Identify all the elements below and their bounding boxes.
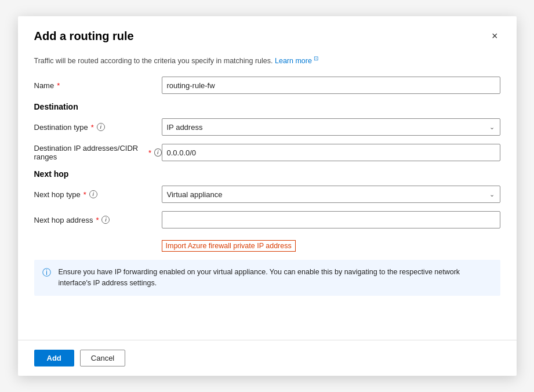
dialog-header: Add a routing rule × (18, 16, 517, 45)
next-hop-section-title: Next hop (34, 169, 500, 179)
dialog-body: Traffic will be routed according to the … (18, 45, 517, 340)
info-banner-text: Ensure you have IP forwarding enabled on… (59, 267, 492, 289)
dialog-title: Add a routing rule (34, 30, 134, 43)
import-azure-firewall-link[interactable]: Import Azure firewall private IP address (162, 240, 296, 252)
name-input[interactable] (162, 77, 500, 94)
info-banner-icon: ⓘ (42, 267, 53, 278)
destination-ip-input[interactable] (162, 144, 500, 161)
next-hop-address-row: Next hop address* i (34, 211, 500, 228)
learn-more-link[interactable]: Learn more ⊡ (275, 57, 318, 65)
add-routing-rule-dialog: Add a routing rule × Traffic will be rou… (18, 16, 517, 376)
import-link-row: Import Azure firewall private IP address (34, 237, 500, 252)
destination-type-row: Destination type* i IP address Service T… (34, 118, 500, 136)
destination-type-select-wrapper: IP address Service Tag ⌄ (162, 118, 500, 136)
destination-section-title: Destination (34, 102, 500, 111)
next-hop-type-label: Next hop type* i (34, 190, 162, 199)
next-hop-address-info-icon: i (101, 216, 110, 224)
destination-type-select[interactable]: IP address Service Tag (162, 118, 500, 136)
close-button[interactable]: × (489, 28, 500, 45)
next-hop-type-row: Next hop type* i Virtual appliance VNet … (34, 186, 500, 203)
dialog-footer: Add Cancel (18, 340, 517, 376)
destination-ip-info-icon: i (154, 148, 161, 157)
name-row: Name* (34, 77, 500, 94)
destination-ip-label: Destination IP addresses/CIDR ranges* i (34, 144, 162, 161)
next-hop-type-select[interactable]: Virtual appliance VNet gateway None VNet… (162, 186, 500, 203)
add-button[interactable]: Add (34, 350, 74, 366)
destination-type-info-icon: i (97, 123, 105, 131)
next-hop-type-info-icon: i (89, 190, 97, 198)
destination-type-label: Destination type* i (34, 123, 162, 132)
next-hop-type-select-wrapper: Virtual appliance VNet gateway None VNet… (162, 186, 500, 203)
next-hop-address-input[interactable] (162, 211, 500, 228)
destination-ip-row: Destination IP addresses/CIDR ranges* i (34, 144, 500, 161)
cancel-button[interactable]: Cancel (80, 350, 125, 366)
next-hop-address-label: Next hop address* i (34, 216, 162, 224)
info-banner: ⓘ Ensure you have IP forwarding enabled … (34, 260, 500, 296)
external-link-icon: ⊡ (314, 55, 318, 61)
name-label: Name* (34, 81, 162, 90)
info-text: Traffic will be routed according to the … (34, 55, 500, 65)
